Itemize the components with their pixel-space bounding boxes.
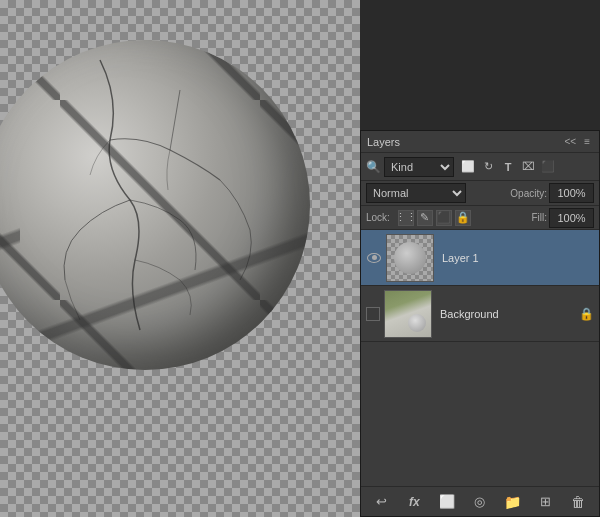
background-thumbnail xyxy=(384,290,432,338)
panel-collapse-btn[interactable]: << xyxy=(561,135,579,148)
blend-mode-select[interactable]: Normal xyxy=(366,183,466,203)
blend-row: Normal Opacity: xyxy=(361,181,599,206)
lock-transparent-btn[interactable]: ⋮⋮ xyxy=(398,210,414,226)
link-layers-btn[interactable]: ↩ xyxy=(370,491,392,513)
search-icon: 🔍 xyxy=(366,160,381,174)
pixel-icon[interactable]: ⬜ xyxy=(459,158,477,176)
kind-select[interactable]: Kind xyxy=(384,157,454,177)
type-icon[interactable]: T xyxy=(499,158,517,176)
opacity-input[interactable] xyxy=(549,183,594,203)
lock-icons: ⋮⋮ ✎ ⬛ 🔒 xyxy=(398,210,471,226)
eye-icon-layer1 xyxy=(367,253,381,263)
layer1-visibility-toggle[interactable] xyxy=(366,250,382,266)
new-group-btn[interactable]: 📁 xyxy=(502,491,524,513)
adjustment-icon[interactable]: ↻ xyxy=(479,158,497,176)
opacity-control: Opacity: xyxy=(510,183,594,203)
lock-image-btn[interactable]: ✎ xyxy=(417,210,433,226)
layer-item-background[interactable]: Background 🔒 xyxy=(361,286,599,342)
lock-label: Lock: xyxy=(366,212,390,223)
panel-menu-btn[interactable]: ≡ xyxy=(581,135,593,148)
lock-all-btn[interactable]: 🔒 xyxy=(455,210,471,226)
background-visibility-checkbox[interactable] xyxy=(366,307,380,321)
layer1-name: Layer 1 xyxy=(438,252,594,264)
panel-titlebar: Layers << ≡ xyxy=(361,131,599,153)
sphere xyxy=(0,40,310,370)
opacity-label: Opacity: xyxy=(510,188,547,199)
kind-icons: ⬜ ↻ T ⌧ ⬛ xyxy=(459,158,557,176)
new-adjustment-btn[interactable]: ◎ xyxy=(469,491,491,513)
background-name: Background xyxy=(436,308,575,320)
thumb-sphere-bg xyxy=(408,314,426,332)
layers-list: Layer 1 Background 🔒 xyxy=(361,230,599,486)
panel-title-left: Layers xyxy=(367,136,400,148)
panel-toolbar: ↩ fx ⬜ ◎ 📁 ⊞ 🗑 xyxy=(361,486,599,516)
sphere-container xyxy=(0,10,330,480)
panel-title: Layers xyxy=(367,136,400,148)
layers-panel: Layers << ≡ 🔍 Kind ⬜ ↻ T ⌧ ⬛ Normal Opac… xyxy=(360,130,600,517)
new-layer-btn[interactable]: ⊞ xyxy=(535,491,557,513)
lock-position-btn[interactable]: ⬛ xyxy=(436,210,452,226)
layer1-thumbnail xyxy=(386,234,434,282)
add-style-btn[interactable]: fx xyxy=(403,491,425,513)
background-lock-icon: 🔒 xyxy=(579,307,594,321)
fill-input[interactable] xyxy=(549,208,594,228)
lock-row: Lock: ⋮⋮ ✎ ⬛ 🔒 Fill: xyxy=(361,206,599,230)
thumb-sphere-layer1 xyxy=(394,242,426,274)
shape-icon[interactable]: ⌧ xyxy=(519,158,537,176)
fill-control: Fill: xyxy=(531,208,594,228)
kind-row: 🔍 Kind ⬜ ↻ T ⌧ ⬛ xyxy=(361,153,599,181)
layer-item-layer1[interactable]: Layer 1 xyxy=(361,230,599,286)
add-mask-btn[interactable]: ⬜ xyxy=(436,491,458,513)
delete-layer-btn[interactable]: 🗑 xyxy=(567,491,589,513)
fill-label: Fill: xyxy=(531,212,547,223)
smartobject-icon[interactable]: ⬛ xyxy=(539,158,557,176)
panel-controls: << ≡ xyxy=(561,135,593,148)
canvas-area xyxy=(0,0,360,517)
